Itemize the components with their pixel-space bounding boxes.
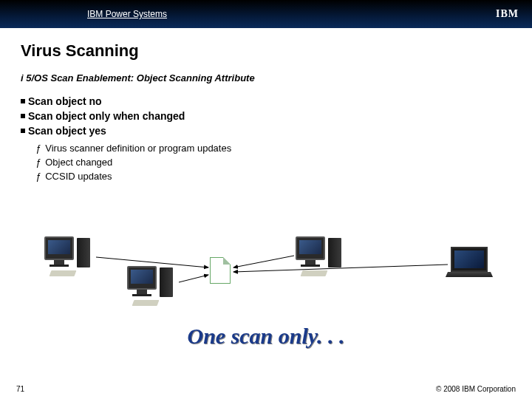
workstation-icon bbox=[127, 266, 157, 296]
ibm-logo: IBM bbox=[496, 8, 519, 20]
sub-bullet-item: ƒ Virus scanner definition or program up… bbox=[35, 143, 511, 154]
page-title: Virus Scanning bbox=[21, 41, 511, 61]
slide-header: IBM Power Systems IBM bbox=[0, 0, 532, 28]
bullet-text: Scan object only when changed bbox=[28, 110, 185, 122]
f-bullet-icon: ƒ bbox=[35, 143, 41, 154]
document-icon bbox=[210, 257, 231, 284]
sub-bullet-item: ƒ CCSID updates bbox=[35, 171, 511, 182]
product-line: IBM Power Systems bbox=[87, 9, 167, 19]
svg-line-1 bbox=[179, 275, 208, 282]
laptop-icon bbox=[451, 247, 491, 279]
bullet-item: Scan object only when changed bbox=[21, 110, 511, 122]
workstation-icon bbox=[44, 236, 74, 267]
workstation-icon bbox=[296, 236, 325, 267]
copyright-text: © 2008 IBM Corporation bbox=[436, 385, 516, 393]
bullet-item: Scan object no bbox=[21, 95, 511, 107]
subtitle: i 5/OS Scan Enablement: Object Scanning … bbox=[21, 72, 511, 83]
sub-bullet-text: Virus scanner definition or program upda… bbox=[45, 143, 231, 154]
sub-bullet-text: CCSID updates bbox=[45, 171, 112, 182]
page-number: 71 bbox=[16, 385, 24, 393]
sub-bullet-text: Object changed bbox=[45, 157, 112, 168]
slide-footer: 71 © 2008 IBM Corporation bbox=[0, 385, 532, 393]
square-bullet-icon bbox=[21, 99, 25, 103]
sub-bullet-list: ƒ Virus scanner definition or program up… bbox=[35, 143, 511, 182]
sub-bullet-item: ƒ Object changed bbox=[35, 157, 511, 168]
bullet-list: Scan object no Scan object only when cha… bbox=[21, 95, 511, 137]
svg-line-2 bbox=[233, 256, 294, 267]
square-bullet-icon bbox=[21, 114, 25, 118]
bullet-text: Scan object no bbox=[28, 95, 102, 107]
caption-text: One scan only. . . bbox=[0, 324, 532, 349]
slide-content: Virus Scanning i 5/OS Scan Enablement: O… bbox=[0, 28, 532, 182]
bullet-item: Scan object yes bbox=[21, 125, 511, 137]
f-bullet-icon: ƒ bbox=[35, 157, 41, 168]
bullet-text: Scan object yes bbox=[28, 125, 106, 137]
f-bullet-icon: ƒ bbox=[35, 171, 41, 182]
square-bullet-icon bbox=[21, 129, 25, 133]
